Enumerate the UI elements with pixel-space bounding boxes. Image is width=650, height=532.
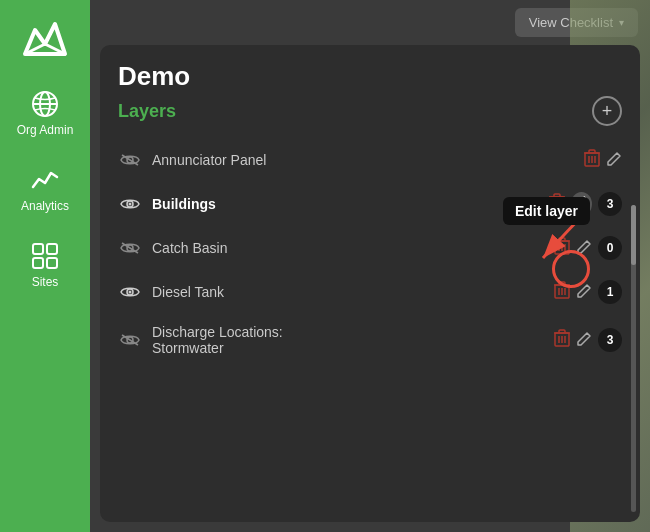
layer-row[interactable]: Discharge Locations:Stormwater bbox=[100, 314, 640, 366]
svg-rect-6 bbox=[47, 258, 57, 268]
layer-name: Buildings bbox=[152, 196, 549, 212]
sidebar-item-sites-label: Sites bbox=[32, 275, 59, 289]
layers-label: Layers bbox=[118, 101, 176, 122]
layer-name: Annunciator Panel bbox=[152, 152, 584, 168]
trash-icon[interactable] bbox=[584, 149, 600, 171]
layer-list: Annunciator Panel bbox=[100, 134, 640, 522]
eye-visible-icon bbox=[118, 280, 142, 304]
layer-actions: 1 bbox=[554, 280, 622, 304]
count-badge: 1 bbox=[598, 280, 622, 304]
layer-row[interactable]: Annunciator Panel bbox=[100, 138, 640, 182]
scrollbar-thumb[interactable] bbox=[631, 205, 636, 265]
trash-icon[interactable] bbox=[554, 281, 570, 303]
layer-row[interactable]: Catch Basin bbox=[100, 226, 640, 270]
app-logo bbox=[15, 10, 75, 65]
globe-icon bbox=[30, 89, 60, 119]
top-bar: View Checklist ▾ bbox=[90, 0, 650, 45]
svg-point-15 bbox=[129, 203, 132, 206]
svg-rect-3 bbox=[33, 244, 43, 254]
edit-icon[interactable] bbox=[576, 239, 592, 258]
eye-hidden-icon bbox=[118, 328, 142, 352]
sidebar-item-org-admin[interactable]: Org Admin bbox=[0, 75, 90, 151]
main-area: View Checklist ▾ Demo Layers + bbox=[90, 0, 650, 532]
sidebar-item-analytics-label: Analytics bbox=[21, 199, 69, 213]
edit-icon[interactable] bbox=[606, 151, 622, 170]
count-badge: 3 bbox=[598, 328, 622, 352]
trash-icon[interactable] bbox=[554, 237, 570, 259]
layer-row[interactable]: Diesel Tank bbox=[100, 270, 640, 314]
sidebar-item-sites[interactable]: Sites bbox=[0, 227, 90, 303]
layer-actions: 0 bbox=[554, 236, 622, 260]
count-badge: 3 bbox=[598, 192, 622, 216]
project-title: Demo bbox=[118, 61, 622, 92]
layer-name: Diesel Tank bbox=[152, 284, 554, 300]
sidebar-item-analytics[interactable]: Analytics bbox=[0, 151, 90, 227]
trash-icon[interactable] bbox=[554, 329, 570, 351]
analytics-icon bbox=[30, 165, 60, 195]
svg-point-29 bbox=[129, 291, 132, 294]
scrollbar-track bbox=[631, 205, 636, 512]
layer-name: Discharge Locations:Stormwater bbox=[152, 324, 554, 356]
plus-icon: + bbox=[602, 102, 613, 120]
sidebar: Org Admin Analytics Sites bbox=[0, 0, 90, 532]
edit-icon[interactable] bbox=[576, 283, 592, 302]
layer-actions bbox=[584, 149, 622, 171]
sites-icon bbox=[30, 241, 60, 271]
edit-layer-tooltip-wrapper: Edit layer bbox=[503, 197, 590, 225]
eye-hidden-icon bbox=[118, 148, 142, 172]
edit-icon[interactable] bbox=[576, 331, 592, 350]
count-badge: 0 bbox=[598, 236, 622, 260]
layers-header-row: Layers + bbox=[118, 96, 622, 126]
svg-rect-5 bbox=[33, 258, 43, 268]
add-layer-button[interactable]: + bbox=[592, 96, 622, 126]
eye-hidden-icon bbox=[118, 236, 142, 260]
panel-header: Demo Layers + bbox=[100, 45, 640, 134]
layers-panel: Demo Layers + Annunciator Panel bbox=[100, 45, 640, 522]
eye-visible-icon bbox=[118, 192, 142, 216]
svg-rect-4 bbox=[47, 244, 57, 254]
edit-layer-tooltip: Edit layer bbox=[503, 197, 590, 225]
layer-actions: 3 bbox=[554, 328, 622, 352]
layer-name: Catch Basin bbox=[152, 240, 554, 256]
sidebar-item-org-admin-label: Org Admin bbox=[17, 123, 74, 137]
